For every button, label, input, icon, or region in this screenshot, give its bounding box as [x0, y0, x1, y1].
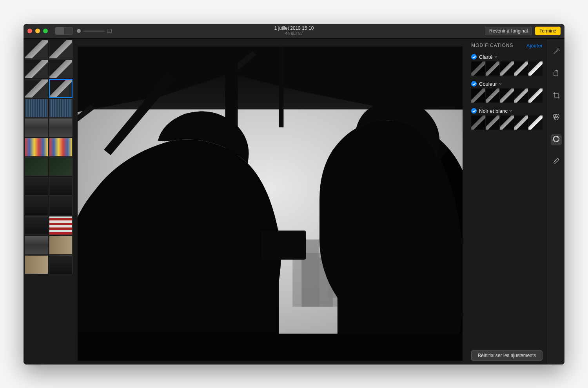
preset-thumb[interactable]	[486, 115, 500, 130]
toolbar-right: Revenir à l'original Terminé	[485, 27, 561, 35]
preset-strip[interactable]	[471, 61, 543, 76]
revert-to-original-button[interactable]: Revenir à l'original	[485, 27, 532, 35]
adjustment-label-row[interactable]: Clarté	[471, 54, 543, 60]
thumbnail[interactable]	[49, 216, 73, 235]
magic-wand-icon	[552, 47, 560, 57]
svg-rect-17	[261, 230, 306, 259]
svg-rect-19	[554, 72, 558, 76]
done-button[interactable]: Terminé	[535, 27, 561, 35]
right-panel: MODIFICATIONS Ajouter Clarté	[466, 39, 564, 365]
panel-title: MODIFICATIONS	[471, 43, 513, 48]
checkmark-icon[interactable]	[471, 108, 477, 114]
photo-date-title: 1 juillet 2013 15:10	[274, 25, 314, 31]
chevron-down-icon	[499, 82, 502, 85]
zoom-track[interactable]	[83, 31, 105, 32]
thumbnail-filmstrip[interactable]	[24, 39, 74, 365]
preset-thumb[interactable]	[514, 115, 529, 130]
thumbnail[interactable]	[49, 60, 73, 78]
photo-canvas[interactable]	[78, 47, 463, 361]
svg-point-26	[557, 161, 557, 162]
thumbnail[interactable]	[49, 197, 73, 215]
preset-thumb[interactable]	[528, 88, 543, 103]
photo-position-subtitle: 44 sur 87	[274, 31, 314, 36]
adjustment-label-row[interactable]: Couleur	[471, 81, 543, 87]
adjustments-panel: MODIFICATIONS Ajouter Clarté	[466, 39, 547, 365]
thumbnail[interactable]	[49, 99, 73, 117]
checkmark-icon[interactable]	[471, 81, 477, 87]
preset-thumb[interactable]	[486, 88, 500, 103]
thumbnail[interactable]	[25, 255, 48, 274]
svg-rect-18	[78, 334, 463, 361]
thumbnail[interactable]	[49, 177, 73, 196]
adjustment-label-row[interactable]: Noir et blanc	[471, 108, 543, 114]
chevron-down-icon	[494, 55, 497, 58]
thumbnail[interactable]	[25, 177, 48, 196]
view-mode-segment[interactable]	[55, 27, 73, 35]
preset-thumb[interactable]	[486, 61, 500, 76]
close-window-button[interactable]	[27, 29, 32, 33]
crop-tool[interactable]	[551, 90, 562, 101]
add-adjustment-button[interactable]: Ajouter	[526, 43, 543, 49]
thumbnail[interactable]	[25, 157, 48, 176]
adjustments-header: MODIFICATIONS Ajouter	[471, 43, 543, 49]
thumbnail[interactable]	[49, 118, 73, 137]
preset-strip[interactable]	[471, 88, 543, 103]
preset-thumb[interactable]	[528, 61, 543, 76]
preset-thumb[interactable]	[500, 61, 514, 76]
zoom-end-icon	[107, 29, 112, 33]
thumbnail[interactable]	[25, 138, 48, 157]
thumbnail[interactable]	[25, 40, 48, 59]
fullscreen-window-button[interactable]	[43, 29, 48, 33]
toolbar-left	[55, 27, 112, 35]
window-controls	[27, 29, 48, 33]
adjustment-clarity[interactable]: Clarté	[471, 54, 543, 76]
thumbnail[interactable]	[49, 255, 73, 274]
preset-thumb[interactable]	[471, 88, 486, 103]
thumbnail[interactable]	[49, 40, 73, 59]
preset-thumb[interactable]	[500, 115, 514, 130]
grid-view-button[interactable]	[64, 27, 73, 34]
thumbnail[interactable]	[25, 60, 48, 78]
adjustment-label: Noir et blanc	[479, 108, 508, 114]
sidebar-toggle-button[interactable]	[55, 27, 64, 34]
preset-thumb[interactable]	[514, 61, 529, 76]
app-window: 1 juillet 2013 15:10 44 sur 87 Revenir à…	[24, 24, 564, 365]
minimize-window-button[interactable]	[35, 29, 40, 33]
preset-thumb[interactable]	[471, 61, 486, 76]
thumbnail[interactable]	[25, 118, 48, 137]
filters-icon	[552, 113, 560, 123]
thumbnail[interactable]	[25, 79, 48, 98]
thumbnail[interactable]	[25, 216, 48, 235]
preset-thumb[interactable]	[471, 115, 486, 130]
adjustment-bw[interactable]: Noir et blanc	[471, 108, 543, 130]
preset-thumb[interactable]	[500, 88, 514, 103]
rotate-icon	[552, 69, 560, 79]
svg-point-25	[555, 160, 555, 160]
thumbnail[interactable]	[25, 99, 48, 117]
titlebar: 1 juillet 2013 15:10 44 sur 87 Revenir à…	[24, 24, 564, 39]
thumbnail[interactable]	[49, 157, 73, 176]
magic-wand-tool[interactable]	[551, 47, 562, 58]
rotate-tool[interactable]	[551, 69, 562, 79]
thumbnail[interactable]	[49, 236, 73, 254]
reset-adjustments-button[interactable]: Réinitialiser les ajustements	[471, 350, 543, 361]
adjustment-color[interactable]: Couleur	[471, 81, 543, 103]
zoom-knob[interactable]	[77, 29, 81, 33]
preset-strip[interactable]	[471, 115, 543, 130]
thumbnail[interactable]	[49, 138, 73, 157]
svg-rect-24	[553, 158, 559, 163]
checkmark-icon[interactable]	[471, 54, 477, 60]
thumbnail-selected[interactable]	[49, 79, 73, 98]
adjust-icon	[552, 135, 560, 144]
crop-icon	[552, 91, 560, 101]
filters-tool[interactable]	[551, 112, 562, 123]
adjust-tool[interactable]	[551, 134, 562, 145]
main-viewer	[74, 39, 466, 365]
retouch-tool[interactable]	[551, 156, 562, 167]
zoom-slider[interactable]	[77, 29, 112, 33]
preset-thumb[interactable]	[528, 115, 543, 130]
thumbnail[interactable]	[25, 236, 48, 254]
preset-thumb[interactable]	[514, 88, 529, 103]
edit-tools-strip	[547, 39, 564, 365]
thumbnail[interactable]	[25, 197, 48, 215]
